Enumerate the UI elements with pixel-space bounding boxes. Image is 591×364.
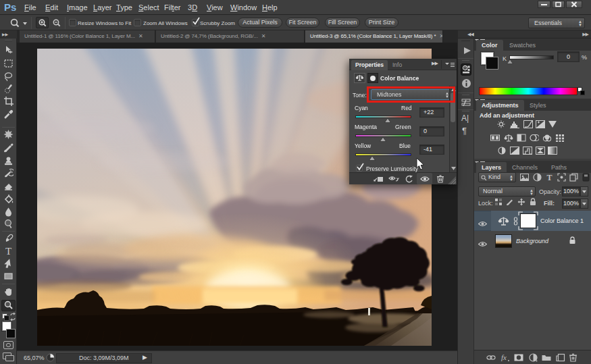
svg-text:fx: fx	[501, 353, 507, 361]
svg-text:T: T	[546, 173, 552, 182]
svg-text:T: T	[5, 246, 11, 257]
